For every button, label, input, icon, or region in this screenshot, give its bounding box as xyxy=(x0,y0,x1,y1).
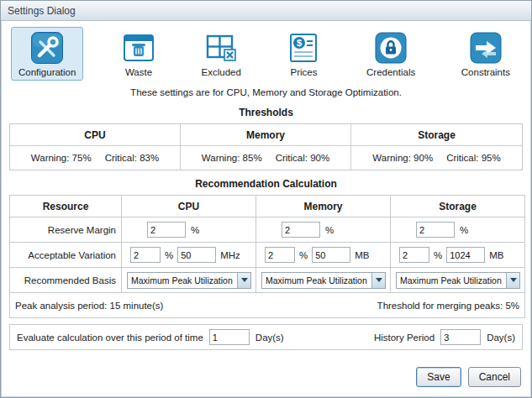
basis-memory-dropdown[interactable]: Maximum Peak Utilization xyxy=(261,272,386,289)
peak-analysis-period-text: Peak analysis period: 15 minute(s) xyxy=(15,301,163,311)
reserve-margin-row: Reserve Margin % % % xyxy=(10,217,525,243)
variation-storage-percent-input[interactable] xyxy=(399,247,429,263)
toolbar-item-configuration[interactable]: Configuration xyxy=(11,27,83,81)
dropdown-arrow-button[interactable] xyxy=(371,273,385,288)
chevron-down-icon xyxy=(510,278,517,282)
threshold-col-title: CPU xyxy=(10,124,180,146)
svg-text:$: $ xyxy=(297,38,302,48)
thresholds-heading: Thresholds xyxy=(1,107,531,118)
percent-unit-label: % xyxy=(460,225,468,235)
chevron-down-icon xyxy=(241,278,248,282)
storage-critical-value: Critical: 95% xyxy=(446,153,501,163)
dialog-footer: Save Cancel xyxy=(1,359,531,397)
acceptable-variation-row: Acceptable Variation % MHz % MB % MB xyxy=(10,243,525,268)
cancel-button[interactable]: Cancel xyxy=(468,367,521,387)
toolbar-item-constraints[interactable]: Constraints xyxy=(454,27,518,81)
constraints-arrows-icon xyxy=(469,31,503,65)
variation-memory-abs-input[interactable] xyxy=(312,247,350,263)
reserve-margin-label: Reserve Margin xyxy=(10,217,122,243)
toolbar-item-label: Waste xyxy=(125,67,152,77)
mhz-unit-label: MHz xyxy=(220,250,240,260)
recommended-basis-row: Recommended Basis Maximum Peak Utilizati… xyxy=(10,268,525,293)
evaluation-period-row: Evaluate calculation over this period of… xyxy=(9,324,523,350)
basis-storage-selected-value: Maximum Peak Utilization xyxy=(397,275,506,285)
recommendation-table: Resource CPU Memory Storage Reserve Marg… xyxy=(9,195,525,318)
history-period-input[interactable] xyxy=(440,329,481,345)
memory-warning-value: Warning: 85% xyxy=(202,153,262,163)
header-resource: Resource xyxy=(10,196,122,217)
toolbar-item-waste[interactable]: Waste xyxy=(114,27,163,81)
thresholds-panel: CPU Warning: 75% Critical: 83% Memory Wa… xyxy=(9,123,523,170)
credentials-lock-icon xyxy=(374,31,408,65)
percent-unit-label: % xyxy=(325,225,334,235)
header-storage: Storage xyxy=(391,196,525,217)
toolbar-item-label: Configuration xyxy=(18,67,76,77)
evaluate-period-input[interactable] xyxy=(209,329,250,345)
threshold-col-title: Memory xyxy=(181,124,350,146)
save-button[interactable]: Save xyxy=(416,367,461,387)
toolbar-item-label: Credentials xyxy=(366,67,415,77)
reserve-margin-cpu-input[interactable] xyxy=(147,222,186,238)
variation-cpu-percent-input[interactable] xyxy=(130,247,161,263)
table-header-row: Resource CPU Memory Storage xyxy=(10,196,525,217)
intro-text: These settings are for CPU, Memory and S… xyxy=(1,83,531,99)
memory-critical-value: Critical: 90% xyxy=(276,153,330,163)
toolbar-item-prices[interactable]: $ Prices xyxy=(279,27,328,81)
recommendation-heading: Recommendation Calculation xyxy=(1,178,531,190)
threshold-col-cpu: CPU Warning: 75% Critical: 83% xyxy=(10,124,181,170)
percent-unit-label: % xyxy=(165,250,173,260)
days-unit-label: Day(s) xyxy=(487,333,515,343)
title-bar: Settings Dialog xyxy=(1,1,531,21)
evaluate-period-label: Evaluate calculation over this period of… xyxy=(17,333,203,343)
basis-cpu-selected-value: Maximum Peak Utilization xyxy=(128,275,237,285)
configuration-icon xyxy=(30,31,64,65)
window-title: Settings Dialog xyxy=(8,5,76,17)
toolbar-item-label: Prices xyxy=(290,67,317,77)
cpu-warning-value: Warning: 75% xyxy=(31,153,92,163)
header-cpu: CPU xyxy=(122,196,256,217)
dropdown-arrow-button[interactable] xyxy=(506,273,519,288)
threshold-col-memory: Memory Warning: 85% Critical: 90% xyxy=(181,124,351,170)
merge-threshold-text: Threshold for merging peaks: 5% xyxy=(377,301,519,311)
peak-analysis-row: Peak analysis period: 15 minute(s) Thres… xyxy=(10,293,525,318)
history-period-label: History Period xyxy=(374,333,435,343)
basis-cpu-dropdown[interactable]: Maximum Peak Utilization xyxy=(127,272,251,289)
basis-memory-selected-value: Maximum Peak Utilization xyxy=(262,275,371,285)
percent-unit-label: % xyxy=(299,250,308,260)
percent-unit-label: % xyxy=(191,225,199,235)
variation-memory-percent-input[interactable] xyxy=(265,247,295,263)
toolbar-item-credentials[interactable]: Credentials xyxy=(359,27,423,81)
dropdown-arrow-button[interactable] xyxy=(237,273,250,288)
threshold-col-storage: Storage Warning: 90% Critical: 95% xyxy=(351,124,522,170)
toolbar-item-excluded[interactable]: Excluded xyxy=(194,27,249,81)
waste-icon xyxy=(122,31,155,65)
recommended-basis-label: Recommended Basis xyxy=(10,268,122,293)
mb-unit-label: MB xyxy=(489,250,503,260)
toolbar-item-label: Excluded xyxy=(202,67,241,77)
reserve-margin-memory-input[interactable] xyxy=(282,222,320,238)
toolbar-item-label: Constraints xyxy=(461,67,510,77)
prices-icon: $ xyxy=(287,31,320,65)
chevron-down-icon xyxy=(376,278,382,282)
cpu-critical-value: Critical: 83% xyxy=(105,153,160,163)
threshold-col-title: Storage xyxy=(351,124,522,146)
variation-cpu-abs-input[interactable] xyxy=(177,247,216,263)
header-memory: Memory xyxy=(256,196,391,217)
variation-storage-abs-input[interactable] xyxy=(446,247,485,263)
basis-storage-dropdown[interactable]: Maximum Peak Utilization xyxy=(396,272,520,289)
settings-dialog: Settings Dialog Configuration xyxy=(0,0,532,398)
reserve-margin-storage-input[interactable] xyxy=(416,222,455,238)
mb-unit-label: MB xyxy=(355,250,369,260)
storage-warning-value: Warning: 90% xyxy=(372,153,433,163)
percent-unit-label: % xyxy=(434,250,442,260)
settings-toolbar: Configuration Waste xyxy=(1,21,531,83)
excluded-icon xyxy=(204,31,238,65)
days-unit-label: Day(s) xyxy=(255,333,284,343)
acceptable-variation-label: Acceptable Variation xyxy=(10,243,122,268)
